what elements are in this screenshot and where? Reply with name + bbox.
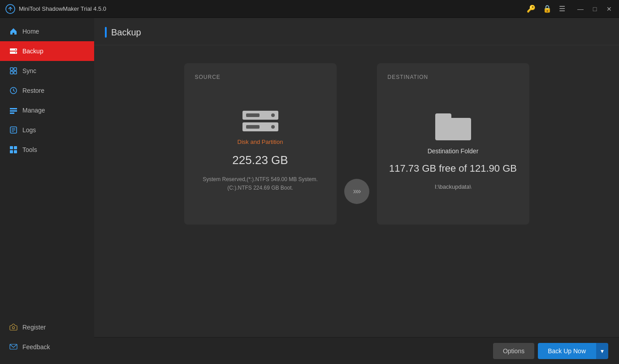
svg-rect-17: [10, 146, 13, 149]
register-icon: [9, 323, 18, 332]
svg-rect-5: [10, 68, 13, 70]
sidebar-item-logs[interactable]: Logs: [0, 120, 94, 140]
sync-icon: [9, 66, 18, 75]
sidebar-item-label: Register: [22, 324, 46, 331]
main-layout: Home Backup: [0, 18, 619, 364]
svg-point-4: [15, 52, 16, 53]
sidebar-item-feedback[interactable]: Feedback: [0, 337, 94, 357]
sidebar-item-label: Tools: [22, 146, 37, 153]
source-card[interactable]: SOURCE Disk and Partition 225.23 GB Syst…: [184, 63, 337, 225]
page-header: Backup: [94, 18, 619, 45]
source-size: 225.23 GB: [232, 153, 288, 167]
content-area: Backup SOURCE Disk and Partition 225.23 …: [94, 18, 619, 364]
backup-cards-area: SOURCE Disk and Partition 225.23 GB Syst…: [94, 45, 619, 337]
sidebar-item-label: Sync: [22, 67, 36, 74]
svg-rect-10: [10, 108, 17, 109]
svg-rect-8: [14, 71, 17, 74]
svg-rect-7: [10, 71, 13, 74]
logs-icon: [9, 126, 18, 134]
destination-label: DESTINATION: [388, 74, 429, 80]
title-bar-controls: 🔑 🔒 ☰ — □ ✕: [527, 4, 614, 13]
sidebar-item-label: Backup: [22, 48, 43, 55]
svg-point-21: [13, 327, 15, 329]
folder-body: [435, 118, 471, 140]
svg-rect-18: [14, 146, 17, 149]
disk-icon: [242, 111, 278, 131]
sidebar-item-sync[interactable]: Sync: [0, 61, 94, 81]
svg-rect-20: [14, 150, 17, 153]
source-label: SOURCE: [195, 74, 221, 80]
sidebar-item-backup[interactable]: Backup: [0, 41, 94, 61]
backup-dropdown-button[interactable]: ▾: [596, 343, 608, 359]
sidebar-item-label: Manage: [22, 107, 45, 114]
sidebar-nav: Home Backup: [0, 18, 94, 317]
sidebar-item-label: Logs: [22, 126, 36, 134]
window-buttons: — □ ✕: [576, 4, 614, 13]
app-icon: [5, 4, 15, 14]
manage-icon: [9, 106, 18, 115]
app-logo: MiniTool ShadowMaker Trial 4.5.0: [5, 4, 106, 14]
app-title: MiniTool ShadowMaker Trial 4.5.0: [19, 5, 106, 12]
disk-slot-2: [242, 122, 278, 131]
destination-card[interactable]: DESTINATION Destination Folder 117.73 GB…: [377, 63, 529, 225]
lock-icon[interactable]: 🔒: [543, 4, 552, 13]
close-button[interactable]: ✕: [605, 4, 614, 13]
sidebar-bottom: Register Feedback: [0, 317, 94, 364]
maximize-button[interactable]: □: [590, 4, 599, 13]
backup-button-group: Back Up Now ▾: [538, 343, 608, 359]
destination-type: Destination Folder: [428, 147, 479, 155]
source-description: System Reserved,(*:).NTFS 549.00 MB Syst…: [203, 175, 318, 192]
tools-icon: [9, 145, 18, 154]
sidebar-item-label: Feedback: [22, 343, 50, 351]
backup-icon: [9, 47, 18, 56]
key-icon[interactable]: 🔑: [527, 4, 536, 13]
title-bar: MiniTool ShadowMaker Trial 4.5.0 🔑 🔒 ☰ —…: [0, 0, 619, 18]
feedback-icon: [9, 342, 18, 351]
page-title: Backup: [111, 27, 141, 38]
disk-slot-1: [242, 111, 278, 120]
header-accent-bar: [105, 27, 107, 38]
sidebar-item-label: Restore: [22, 87, 44, 94]
sidebar-item-tools[interactable]: Tools: [0, 140, 94, 160]
minimize-button[interactable]: —: [576, 4, 585, 13]
destination-icon-area: Destination Folder 117.73 GB free of 121…: [388, 89, 519, 214]
menu-icon[interactable]: ☰: [559, 4, 565, 13]
arrow-area: »»: [337, 179, 377, 204]
svg-rect-12: [10, 113, 14, 114]
folder-icon: [435, 113, 471, 140]
svg-rect-19: [10, 150, 13, 153]
sidebar: Home Backup: [0, 18, 94, 364]
backup-now-button[interactable]: Back Up Now: [538, 343, 596, 359]
sidebar-item-restore[interactable]: Restore: [0, 81, 94, 100]
source-icon-area: Disk and Partition 225.23 GB System Rese…: [195, 89, 326, 214]
restore-icon: [9, 86, 18, 95]
destination-free-space: 117.73 GB free of 121.90 GB: [389, 163, 517, 174]
sidebar-item-manage[interactable]: Manage: [0, 100, 94, 120]
options-button[interactable]: Options: [493, 343, 534, 359]
source-type: Disk and Partition: [238, 139, 283, 145]
svg-rect-6: [14, 68, 17, 70]
home-icon: [9, 27, 18, 36]
sidebar-item-home[interactable]: Home: [0, 22, 94, 41]
svg-rect-11: [10, 110, 17, 112]
destination-path: I:\backupdata\: [435, 183, 472, 190]
svg-point-3: [15, 49, 16, 50]
arrow-icon: »»: [344, 179, 369, 204]
sidebar-item-register[interactable]: Register: [0, 317, 94, 337]
sidebar-item-label: Home: [22, 28, 39, 35]
bottom-bar: Options Back Up Now ▾: [94, 337, 619, 364]
